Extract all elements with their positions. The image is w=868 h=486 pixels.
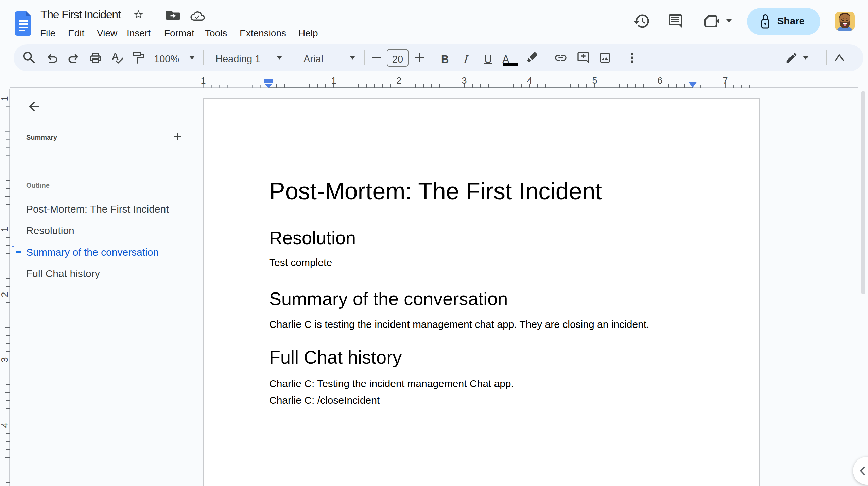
svg-text:2: 2 (0, 292, 10, 297)
svg-text:1: 1 (331, 76, 336, 86)
svg-text:1: 1 (201, 76, 206, 86)
svg-text:2: 2 (396, 76, 401, 86)
svg-text:1: 1 (0, 96, 10, 101)
svg-text:6: 6 (657, 76, 662, 86)
svg-text:4: 4 (0, 422, 10, 428)
svg-text:5: 5 (592, 76, 597, 86)
svg-text:3: 3 (462, 76, 467, 86)
svg-text:1: 1 (0, 227, 10, 232)
svg-text:7: 7 (723, 76, 728, 86)
svg-text:4: 4 (527, 76, 532, 86)
svg-text:3: 3 (0, 357, 10, 362)
